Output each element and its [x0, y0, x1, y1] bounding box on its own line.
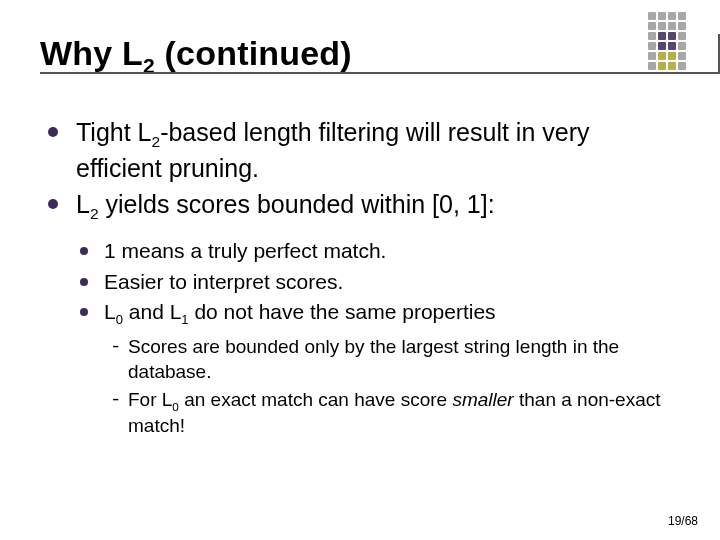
- deco-dot: [678, 22, 686, 30]
- text: L: [76, 190, 90, 218]
- slide-title: Why L2 (continued): [40, 34, 680, 78]
- bullet-2-3: L0 and L1 do not have the same propertie…: [76, 298, 680, 438]
- title-subscript: 2: [143, 54, 155, 77]
- text: Tight L: [76, 118, 152, 146]
- bullet-list-level2: 1 means a truly perfect match. Easier to…: [76, 237, 680, 438]
- bullet-list-level3: Scores are bounded only by the largest s…: [104, 335, 680, 438]
- bullet-2-1: 1 means a truly perfect match.: [76, 237, 680, 264]
- text: yields scores bounded within [0, 1]:: [99, 190, 495, 218]
- bullet-2-2: Easier to interpret scores.: [76, 268, 680, 295]
- italic-text: smaller: [452, 389, 513, 410]
- deco-dot: [648, 22, 656, 30]
- deco-dot: [668, 12, 676, 20]
- bullet-2-3-1: Scores are bounded only by the largest s…: [104, 335, 680, 384]
- text: 1 means a truly perfect match.: [104, 239, 386, 262]
- text: Easier to interpret scores.: [104, 270, 343, 293]
- deco-dot: [658, 12, 666, 20]
- text: an exact match can have score: [179, 389, 453, 410]
- text: and L: [123, 300, 181, 323]
- subscript: 0: [116, 312, 123, 327]
- deco-dot: [648, 12, 656, 20]
- subscript: 1: [181, 312, 188, 327]
- deco-dot: [668, 22, 676, 30]
- bullet-list-level1: Tight L2-based length filtering will res…: [44, 116, 680, 439]
- title-text-pre: Why L: [40, 34, 143, 72]
- bullet-2-3-2: For L0 an exact match can have score sma…: [104, 388, 680, 439]
- deco-dot: [658, 22, 666, 30]
- subscript: 2: [152, 133, 161, 150]
- bullet-2: L2 yields scores bounded within [0, 1]: …: [44, 188, 680, 439]
- text: Scores are bounded only by the largest s…: [128, 336, 619, 382]
- bullet-1: Tight L2-based length filtering will res…: [44, 116, 680, 184]
- text: do not have the same properties: [189, 300, 496, 323]
- title-text-post: (continued): [155, 34, 352, 72]
- page-number: 19/68: [668, 514, 698, 528]
- title-area: Why L2 (continued): [40, 34, 680, 88]
- text: L: [104, 300, 116, 323]
- subscript: 2: [90, 205, 99, 222]
- slide: Why L2 (continued) Tight L2-based length…: [0, 0, 720, 540]
- text: For L: [128, 389, 172, 410]
- deco-dot: [678, 12, 686, 20]
- content-area: Tight L2-based length filtering will res…: [40, 116, 680, 439]
